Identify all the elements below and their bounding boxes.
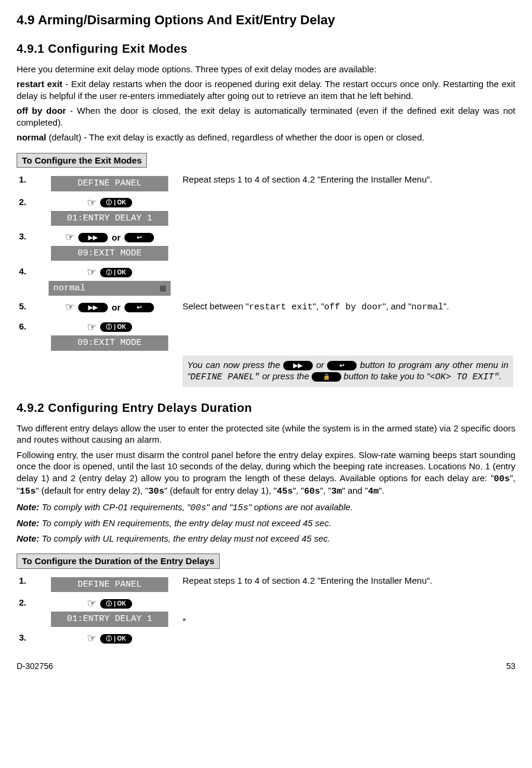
- asterisk: *: [180, 594, 515, 629]
- subsection-heading-492: 4.9.2 Configuring Entry Delays Duration: [17, 400, 515, 415]
- back-button[interactable]: ↩: [124, 303, 154, 312]
- note-en: Note: To comply with EN requirements, th…: [17, 517, 515, 529]
- step-num: 3.: [17, 228, 39, 263]
- or-label: or: [112, 232, 121, 242]
- subsection-heading-491: 4.9.1 Configuring Exit Modes: [17, 41, 515, 56]
- para-492b: Following entry, the user must disarm th…: [17, 449, 515, 498]
- ok-button[interactable]: ⓘ | OK: [100, 268, 132, 277]
- step-num: 1.: [17, 572, 39, 595]
- forward-button[interactable]: ▶▶: [283, 361, 313, 370]
- hand-icon: ☞: [87, 597, 97, 609]
- step-num: 3.: [17, 629, 39, 649]
- lcd-entry-delay: 01:ENTRY DELAY 1: [51, 211, 168, 226]
- intro-text: Here you determine exit delay mode optio…: [17, 63, 515, 75]
- hand-icon: ☞: [87, 266, 97, 278]
- forward-button[interactable]: ▶▶: [78, 233, 108, 242]
- section-heading: 4.9 Arming/Disarming Options And Exit/En…: [17, 12, 515, 29]
- step-text: Repeat steps 1 to 4 of section 4.2 "Ente…: [180, 572, 515, 595]
- step-num: 1.: [17, 171, 39, 194]
- configure-entry-delays-header: To Configure the Duration of the Entry D…: [17, 553, 220, 569]
- page-footer: D-302756 53: [17, 661, 515, 671]
- step-num: 5.: [17, 298, 39, 318]
- term-off-by-door: off by door: [17, 105, 66, 116]
- lock-button[interactable]: 🔒: [312, 372, 341, 382]
- note-cp01: Note: To comply with CP-01 requirements,…: [17, 501, 515, 514]
- hand-icon: ☞: [87, 197, 97, 209]
- ok-button[interactable]: ⓘ | OK: [100, 322, 132, 332]
- normal-desc: normal (default) - The exit delay is exa…: [17, 132, 515, 143]
- lcd-exit-mode: 09:EXIT MODE: [51, 246, 168, 261]
- step-text: Select between "restart exit", "off by d…: [180, 298, 515, 318]
- note-box: You can now press the ▶▶ or ↩ button to …: [182, 356, 513, 387]
- lcd-define-panel: DEFINE PANEL: [51, 577, 168, 593]
- step-num: 2.: [17, 194, 39, 229]
- lcd-normal: normal: [49, 281, 171, 296]
- note-ul: Note: To comply with UL requirements, th…: [17, 533, 515, 545]
- step-num: 2.: [17, 594, 39, 629]
- step-text: Repeat steps 1 to 4 of section 4.2 "Ente…: [180, 171, 515, 194]
- off-by-door-desc: off by door - When the door is closed, t…: [17, 105, 515, 128]
- hand-icon: ☞: [87, 321, 97, 333]
- or-label: or: [112, 302, 121, 312]
- ok-button[interactable]: ⓘ | OK: [100, 634, 132, 644]
- step-num: 4.: [17, 263, 39, 298]
- steps-table-1: 1. DEFINE PANEL Repeat steps 1 to 4 of s…: [17, 171, 515, 389]
- doc-number: D-302756: [17, 661, 53, 671]
- term-restart-exit: restart exit: [17, 79, 62, 89]
- back-button[interactable]: ↩: [124, 233, 154, 242]
- term-normal: normal: [17, 132, 46, 142]
- back-button[interactable]: ↩: [327, 361, 357, 370]
- lcd-entry-delay: 01:ENTRY DELAY 1: [51, 612, 168, 627]
- configure-exit-modes-header: To Configure the Exit Modes: [17, 153, 147, 168]
- para-492a: Two different entry delays allow the use…: [17, 423, 515, 446]
- hand-icon: ☞: [65, 301, 75, 313]
- step-num: 6.: [17, 318, 39, 353]
- lcd-define-panel: DEFINE PANEL: [51, 176, 168, 191]
- cursor-icon: [160, 286, 166, 292]
- hand-icon: ☞: [87, 632, 97, 644]
- ok-button[interactable]: ⓘ | OK: [100, 599, 132, 609]
- forward-button[interactable]: ▶▶: [78, 303, 108, 312]
- page-number: 53: [506, 661, 515, 671]
- restart-exit-desc: restart exit - Exit delay restarts when …: [17, 78, 515, 101]
- hand-icon: ☞: [65, 231, 75, 243]
- lcd-exit-mode: 09:EXIT MODE: [51, 335, 168, 351]
- steps-table-2: 1. DEFINE PANEL Repeat steps 1 to 4 of s…: [17, 572, 515, 649]
- ok-button[interactable]: ⓘ | OK: [100, 198, 132, 207]
